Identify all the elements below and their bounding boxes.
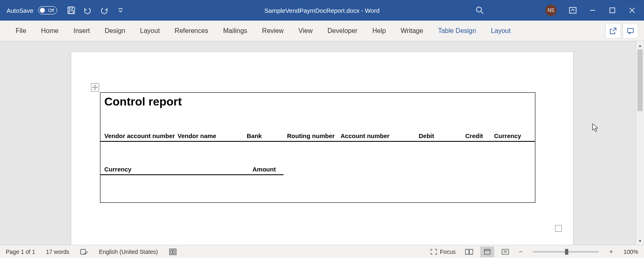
tab-home[interactable]: Home bbox=[34, 21, 66, 41]
tab-table-layout[interactable]: Layout bbox=[484, 21, 518, 41]
undo-icon[interactable] bbox=[80, 3, 95, 18]
vertical-scrollbar[interactable]: ▲ ▼ bbox=[636, 41, 644, 245]
zoom-slider-thumb[interactable] bbox=[565, 249, 568, 255]
scroll-up-icon[interactable]: ▲ bbox=[636, 41, 644, 49]
zoom-slider[interactable] bbox=[533, 251, 599, 253]
tab-design[interactable]: Design bbox=[97, 21, 133, 41]
comments-icon[interactable] bbox=[623, 23, 638, 39]
sum-col-currency: Currency bbox=[105, 166, 253, 173]
scroll-down-icon[interactable]: ▼ bbox=[636, 237, 644, 245]
word-count[interactable]: 17 words bbox=[46, 249, 70, 255]
col-routing: Routing number bbox=[287, 132, 341, 139]
qat-customize-icon[interactable] bbox=[113, 3, 128, 18]
col-bank: Bank bbox=[247, 132, 287, 139]
col-currency: Currency bbox=[494, 132, 531, 139]
svg-point-4 bbox=[477, 7, 481, 12]
autosave-label: AutoSave bbox=[7, 7, 33, 14]
status-bar: Page 1 of 1 17 words English (United Sta… bbox=[0, 245, 644, 258]
svg-rect-11 bbox=[628, 28, 633, 33]
search-icon[interactable] bbox=[470, 2, 489, 19]
tab-developer[interactable]: Developer bbox=[320, 21, 365, 41]
macro-icon[interactable] bbox=[169, 248, 177, 256]
spellcheck-icon[interactable] bbox=[80, 248, 88, 256]
col-vendor-account: Vendor account number bbox=[105, 132, 178, 139]
svg-rect-18 bbox=[484, 249, 490, 254]
tab-insert[interactable]: Insert bbox=[66, 21, 97, 41]
share-icon[interactable] bbox=[605, 23, 621, 39]
autosave-state: Off bbox=[48, 8, 54, 13]
zoom-out-button[interactable]: − bbox=[516, 248, 525, 256]
user-avatar[interactable]: NS bbox=[545, 5, 557, 16]
document-page[interactable]: Control report Vendor account number Ven… bbox=[71, 52, 573, 245]
table-move-handle-icon[interactable] bbox=[91, 83, 99, 91]
language-status[interactable]: English (United States) bbox=[99, 249, 158, 255]
svg-rect-8 bbox=[610, 8, 615, 13]
col-vendor-name: Vendor name bbox=[178, 132, 247, 139]
tab-writage[interactable]: Writage bbox=[393, 21, 431, 41]
col-account: Account number bbox=[341, 132, 419, 139]
page-info[interactable]: Page 1 of 1 bbox=[6, 249, 35, 255]
svg-rect-20 bbox=[502, 249, 509, 254]
maximize-icon[interactable] bbox=[603, 2, 622, 19]
svg-rect-17 bbox=[173, 250, 175, 253]
col-debit: Debit bbox=[419, 132, 465, 139]
ribbon-tabs: File Home Insert Design Layout Reference… bbox=[0, 21, 644, 41]
svg-line-5 bbox=[481, 12, 483, 14]
focus-mode-button[interactable]: Focus bbox=[430, 249, 456, 255]
tab-layout[interactable]: Layout bbox=[133, 21, 167, 41]
svg-rect-16 bbox=[171, 250, 172, 253]
web-layout-icon[interactable] bbox=[498, 246, 512, 257]
document-workspace: Control report Vendor account number Ven… bbox=[0, 41, 644, 245]
redo-icon[interactable] bbox=[97, 3, 112, 18]
col-credit: Credit bbox=[465, 132, 494, 139]
report-table[interactable]: Control report Vendor account number Ven… bbox=[100, 92, 535, 203]
zoom-in-button[interactable]: + bbox=[607, 248, 615, 256]
table-resize-handle-icon[interactable] bbox=[555, 225, 562, 232]
mouse-cursor-icon bbox=[592, 123, 600, 133]
focus-label: Focus bbox=[440, 249, 456, 255]
save-icon[interactable] bbox=[64, 3, 79, 18]
autosave-toggle[interactable]: Off bbox=[38, 6, 57, 14]
sum-col-amount: Amount bbox=[253, 166, 279, 173]
title-bar: AutoSave Off bbox=[0, 0, 644, 21]
ribbon-display-options-icon[interactable] bbox=[563, 2, 582, 19]
tab-view[interactable]: View bbox=[291, 21, 320, 41]
table-header-row: Vendor account number Vendor name Bank R… bbox=[100, 132, 535, 142]
scroll-thumb[interactable] bbox=[637, 49, 643, 111]
summary-header-row: Currency Amount bbox=[100, 166, 284, 175]
print-layout-icon[interactable] bbox=[480, 246, 494, 257]
svg-rect-2 bbox=[69, 11, 73, 14]
tab-references[interactable]: References bbox=[167, 21, 216, 41]
read-mode-icon[interactable] bbox=[462, 246, 476, 257]
svg-rect-6 bbox=[570, 7, 576, 13]
zoom-level[interactable]: 100% bbox=[623, 249, 638, 255]
tab-review[interactable]: Review bbox=[255, 21, 291, 41]
svg-rect-1 bbox=[69, 7, 72, 9]
tab-mailings[interactable]: Mailings bbox=[216, 21, 255, 41]
tab-table-design[interactable]: Table Design bbox=[430, 21, 484, 41]
close-icon[interactable] bbox=[623, 2, 642, 19]
tab-file[interactable]: File bbox=[8, 21, 34, 41]
minimize-icon[interactable] bbox=[583, 2, 602, 19]
report-title: Control report bbox=[100, 93, 535, 132]
tab-help[interactable]: Help bbox=[365, 21, 393, 41]
